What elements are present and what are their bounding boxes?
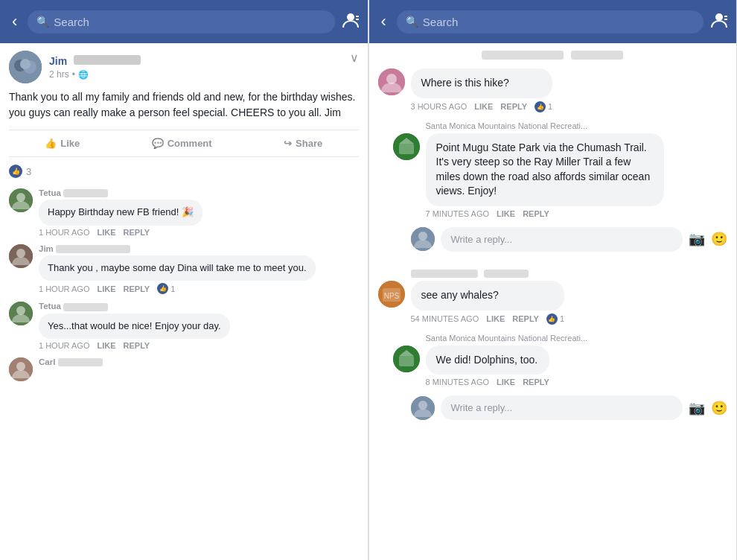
thread-avatar-page-1 <box>393 133 420 160</box>
comment-icon: 💬 <box>152 138 164 149</box>
comment-reply-btn-2[interactable]: REPLY <box>124 284 150 293</box>
post-options-chevron[interactable]: ∨ <box>350 51 359 65</box>
post-author-info: Jim 2 hrs • 🌐 <box>9 51 141 83</box>
comment-meta-1: 1 HOUR AGO LIKE REPLY <box>39 228 359 237</box>
commenter-name-3: Tetua <box>39 302 359 311</box>
reply-input-1[interactable]: Write a reply... <box>441 227 683 252</box>
svg-point-0 <box>347 13 354 21</box>
thread-reply-btn-3[interactable]: REPLY <box>512 314 539 323</box>
camera-icon-2[interactable]: 📷 <box>689 400 705 416</box>
right-panel: ‹ 🔍 Search <box>369 0 738 560</box>
right-search-icon: 🔍 <box>406 16 418 28</box>
right-post-header <box>378 51 728 60</box>
comment-meta-2: 1 HOUR AGO LIKE REPLY 👍 1 <box>39 283 359 294</box>
globe-icon: 🌐 <box>78 70 89 80</box>
svg-point-19 <box>386 74 397 84</box>
thread-like-btn-4[interactable]: LIKE <box>497 378 515 386</box>
thread-comment-4-body: We did! Dolphins, too. 8 MINUTES AGO LIK… <box>426 346 549 387</box>
page-name-1: Santa Monica Mountains National Recreati… <box>426 121 728 130</box>
thread-likes-3: 👍 1 <box>546 314 564 325</box>
reply-input-row-2: Write a reply... 📷 🙂 <box>411 395 728 420</box>
svg-point-8 <box>16 193 25 202</box>
thread-bubble-4: We did! Dolphins, too. <box>426 346 549 375</box>
svg-rect-21 <box>399 144 414 154</box>
comment-like-btn-3[interactable]: LIKE <box>97 341 115 350</box>
comment-block: Tetua Happy Birthday new FB friend! 🎉 1 … <box>9 188 359 237</box>
action-bar: 👍 Like 💬 Comment ↪ Share <box>9 130 359 157</box>
post-author-avatar <box>9 51 42 83</box>
reply-user-avatar-1 <box>411 227 435 251</box>
thread-like-btn-1[interactable]: LIKE <box>474 102 493 111</box>
left-search-bar[interactable]: 🔍 Search <box>28 10 334 34</box>
comment-button[interactable]: 💬 Comment <box>143 135 221 152</box>
thread-like-badge-3: 👍 <box>546 314 558 325</box>
comment-time-1: 1 HOUR AGO <box>39 228 89 237</box>
reply-input-2[interactable]: Write a reply... <box>441 395 683 420</box>
thread-comment-1-body: Where is this hike? 3 HOURS AGO LIKE REP… <box>411 69 553 112</box>
thread-like-btn-3[interactable]: LIKE <box>486 314 505 323</box>
thread-reply-btn-4[interactable]: REPLY <box>523 378 549 386</box>
right-search-bar[interactable]: 🔍 Search <box>397 10 704 34</box>
likes-row: 👍 3 <box>9 165 359 178</box>
left-content: Jim 2 hrs • 🌐 ∨ Thank you to all my fami… <box>0 43 368 560</box>
comment-bubble-1: Happy Birthday new FB friend! 🎉 <box>39 200 202 225</box>
thread-comment-4: We did! Dolphins, too. 8 MINUTES AGO LIK… <box>393 346 728 387</box>
thread-reply-btn-1[interactable]: REPLY <box>500 102 527 111</box>
thread-time-3: 54 MINUTES AGO <box>411 314 479 323</box>
comment-time-2: 1 HOUR AGO <box>39 284 89 293</box>
thread-time-1: 3 HOURS AGO <box>411 102 468 111</box>
thread-reply-btn-2[interactable]: REPLY <box>523 209 549 218</box>
svg-rect-29 <box>399 356 414 366</box>
commenter-name-2: Jim <box>39 244 359 253</box>
thread-comment-2: Point Mugu State Park via the Chumash Tr… <box>393 133 728 218</box>
comment-body-1: Tetua Happy Birthday new FB friend! 🎉 1 … <box>39 188 359 237</box>
comment-body-4: Carl <box>39 357 359 369</box>
comment-reply-btn-1[interactable]: REPLY <box>124 228 150 237</box>
emoji-icon-1[interactable]: 🙂 <box>711 231 727 247</box>
like-button[interactable]: 👍 Like <box>36 135 89 152</box>
post-author-details: Jim 2 hrs • 🌐 <box>49 54 141 80</box>
right-thread-content: Where is this hike? 3 HOURS AGO LIKE REP… <box>369 43 737 560</box>
camera-icon-1[interactable]: 📷 <box>689 231 705 247</box>
like-badge: 👍 <box>9 165 22 178</box>
reply-icons-2: 📷 🙂 <box>689 400 727 416</box>
thread-avatar-1 <box>378 69 405 95</box>
thread-time-2: 7 MINUTES AGO <box>426 209 490 218</box>
reply-user-avatar-2 <box>411 396 435 420</box>
share-button[interactable]: ↪ Share <box>275 135 331 152</box>
thread-time-4: 8 MINUTES AGO <box>426 378 490 386</box>
comment-avatar-jim <box>9 244 33 268</box>
thread-meta-3: 54 MINUTES AGO LIKE REPLY 👍 1 <box>411 314 565 325</box>
comment-block-2: Jim Thank you , maybe some day Dina will… <box>9 244 359 295</box>
left-search-input[interactable]: Search <box>54 16 325 28</box>
svg-point-24 <box>418 232 427 241</box>
left-back-button[interactable]: ‹ <box>7 9 22 34</box>
emoji-icon-2[interactable]: 🙂 <box>711 400 727 416</box>
comment-reply-btn-3[interactable]: REPLY <box>124 341 150 350</box>
comment-bubble-2: Thank you , maybe some day Dina will tak… <box>39 255 316 281</box>
reply-input-row-1: Write a reply... 📷 🙂 <box>411 227 728 252</box>
thread-meta-1: 3 HOURS AGO LIKE REPLY 👍 1 <box>411 101 553 112</box>
thumbsup-icon: 👍 <box>45 138 57 149</box>
right-back-button[interactable]: ‹ <box>377 9 391 34</box>
comment-like-btn-1[interactable]: LIKE <box>97 228 115 237</box>
thread-meta-4: 8 MINUTES AGO LIKE REPLY <box>426 378 549 386</box>
thread-like-badge-1: 👍 <box>535 101 546 112</box>
svg-point-32 <box>418 401 427 410</box>
right-search-input[interactable]: Search <box>423 16 695 28</box>
right-profile-icon[interactable] <box>709 10 729 34</box>
post-meta: 2 hrs • 🌐 <box>49 69 141 80</box>
thread-reply-block-2: Santa Monica Mountains National Recreati… <box>393 334 728 387</box>
left-search-icon: 🔍 <box>36 16 49 28</box>
svg-point-10 <box>16 249 25 258</box>
left-panel: ‹ 🔍 Search <box>0 0 368 560</box>
comment-block-3: Tetua Yes...that would be nice! Enjoy yo… <box>9 302 359 350</box>
comment-time-3: 1 HOUR AGO <box>39 341 89 350</box>
thread-avatar-3: NPS <box>378 281 405 308</box>
comment-like-btn-2[interactable]: LIKE <box>97 284 115 293</box>
thread-reply-block-1: Santa Monica Mountains National Recreati… <box>393 121 728 218</box>
thread-like-btn-2[interactable]: LIKE <box>497 209 515 218</box>
thread-bubble-3: see any whales? <box>411 281 565 311</box>
left-profile-icon[interactable] <box>341 10 360 34</box>
svg-point-14 <box>16 362 25 371</box>
